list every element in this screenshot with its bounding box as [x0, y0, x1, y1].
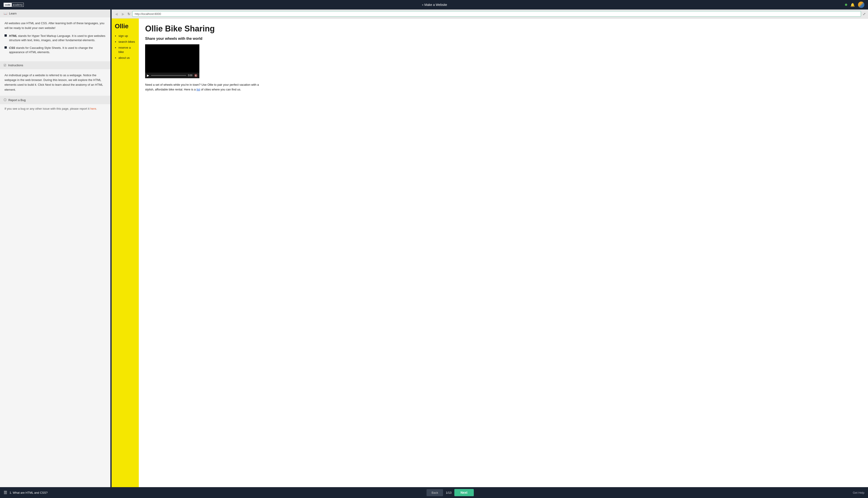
bug-text-before: If you see a bug or any other issue with…	[4, 107, 90, 110]
left-panel: 📖 Learn All websites use HTML and CSS. A…	[0, 10, 110, 487]
bug-link[interactable]: here	[90, 107, 96, 110]
ollie-site-title: Ollie	[115, 23, 136, 30]
topbar: codeacademy ◂ Make a Website 🔔	[0, 0, 868, 10]
ollie-video-player[interactable]: ▶ 0:00 🔇	[145, 44, 199, 78]
html-definition: stands for Hyper Text Markup Language. I…	[9, 34, 105, 42]
ollie-site: Ollie sign up search bikes reserve a bik…	[112, 18, 868, 487]
bug-content: If you see a bug or any other issue with…	[0, 104, 110, 113]
ollie-heading: Ollie Bike Sharing	[145, 24, 862, 34]
browser-expand-button[interactable]: ⤢	[863, 12, 866, 16]
website-preview: Ollie sign up search bikes reserve a bik…	[112, 18, 868, 487]
html-term: HTML	[9, 34, 17, 38]
browser-back-button[interactable]: ◀	[114, 12, 119, 16]
video-volume-icon[interactable]: 🔇	[194, 74, 198, 77]
avatar[interactable]	[858, 2, 864, 8]
browser-refresh-button[interactable]: ↻	[128, 12, 131, 16]
page-title: Make a Website	[425, 3, 447, 6]
bottom-center: Back 1/13 Next	[427, 489, 474, 496]
nav-item-search[interactable]: search bikes	[118, 40, 136, 44]
nav-item-signup[interactable]: sign up	[118, 34, 136, 38]
topbar-left: codeacademy	[4, 3, 24, 7]
progress-indicator: 1/13	[446, 491, 451, 494]
bell-icon[interactable]: 🔔	[850, 3, 855, 7]
ollie-desc-text-after: of cities where you can find us.	[200, 88, 241, 91]
bullet-css-text: CSS stands for Cascading Style Sheets. I…	[9, 46, 106, 54]
lesson-name: What are HTML and CSS?	[13, 491, 48, 494]
browser-panel: ◀ ▶ ↻ ⤢ Ollie sign up search bikes reser…	[112, 10, 868, 487]
ollie-description: Need a set of wheels while you're in tow…	[145, 82, 263, 92]
lesson-title: 1. What are HTML and CSS?	[10, 491, 48, 494]
ollie-tagline: Share your wheels with the world	[145, 37, 862, 41]
bug-section-header[interactable]: ⓘ Report a Bug	[0, 96, 110, 104]
codecademy-logo[interactable]: codeacademy	[4, 3, 24, 7]
css-definition: stands for Cascading Style Sheets. It is…	[9, 46, 93, 54]
topbar-right: 🔔	[845, 2, 864, 8]
ollie-main-content: Ollie Bike Sharing Share your wheels wit…	[139, 18, 868, 487]
learn-label: Learn	[9, 12, 16, 15]
bullet-html: HTML stands for Hyper Text Markup Langua…	[4, 34, 106, 42]
video-controls: ▶ 0:00 🔇	[145, 73, 199, 78]
learn-intro: All websites use HTML and CSS. After lea…	[4, 21, 106, 30]
bug-icon: ⓘ	[4, 98, 6, 102]
bug-text-after: .	[96, 107, 97, 110]
topbar-center: ◂ Make a Website	[422, 3, 447, 6]
main-area: 📖 Learn All websites use HTML and CSS. A…	[0, 10, 868, 487]
bullet-square-css-icon	[4, 47, 7, 49]
status-dot-icon	[845, 4, 847, 6]
browser-forward-button[interactable]: ▶	[121, 12, 126, 16]
instructions-section-header[interactable]: ☑ Instructions	[0, 61, 110, 69]
title-arrow-icon: ◂	[422, 3, 423, 6]
bullet-html-text: HTML stands for Hyper Text Markup Langua…	[9, 34, 106, 42]
hamburger-button[interactable]: ☰	[4, 490, 7, 495]
bottom-bar: ☰ 1. What are HTML and CSS? Back 1/13 Ne…	[0, 487, 868, 498]
bug-text: If you see a bug or any other issue with…	[4, 107, 106, 110]
instructions-label: Instructions	[8, 64, 23, 67]
bug-label: Report a Bug	[8, 99, 26, 102]
learn-section-content: All websites use HTML and CSS. After lea…	[0, 17, 110, 61]
logo-academy: academy	[12, 3, 24, 7]
lesson-number: 1.	[10, 491, 12, 494]
bottom-left: ☰ 1. What are HTML and CSS?	[4, 490, 48, 495]
url-bar[interactable]	[132, 11, 861, 17]
css-term: CSS	[9, 46, 15, 50]
learn-section-header[interactable]: 📖 Learn	[0, 10, 110, 17]
bottom-right: Get Help	[853, 491, 864, 494]
video-play-button[interactable]: ▶	[147, 74, 149, 77]
instructions-icon: ☑	[4, 64, 6, 67]
video-time: 0:00	[188, 74, 192, 77]
video-progress-bar[interactable]	[151, 75, 186, 76]
instructions-text: An individual page of a website is refer…	[4, 73, 106, 92]
bullet-css: CSS stands for Cascading Style Sheets. I…	[4, 46, 106, 54]
instructions-content: An individual page of a website is refer…	[0, 69, 110, 96]
get-help-button[interactable]: Get Help	[853, 491, 864, 494]
nav-item-reserve[interactable]: reserve a bike	[118, 46, 136, 54]
nav-item-about[interactable]: about us	[118, 56, 136, 60]
ollie-nav: sign up search bikes reserve a bike abou…	[115, 34, 136, 60]
browser-toolbar: ◀ ▶ ↻ ⤢	[112, 10, 868, 18]
next-button[interactable]: Next	[454, 489, 474, 496]
logo-code: code	[4, 3, 12, 7]
learn-icon: 📖	[4, 12, 7, 15]
back-button[interactable]: Back	[427, 489, 443, 496]
ollie-sidebar: Ollie sign up search bikes reserve a bik…	[112, 18, 139, 487]
ollie-cities-link[interactable]: list	[197, 88, 200, 91]
bullet-square-icon	[4, 35, 7, 37]
